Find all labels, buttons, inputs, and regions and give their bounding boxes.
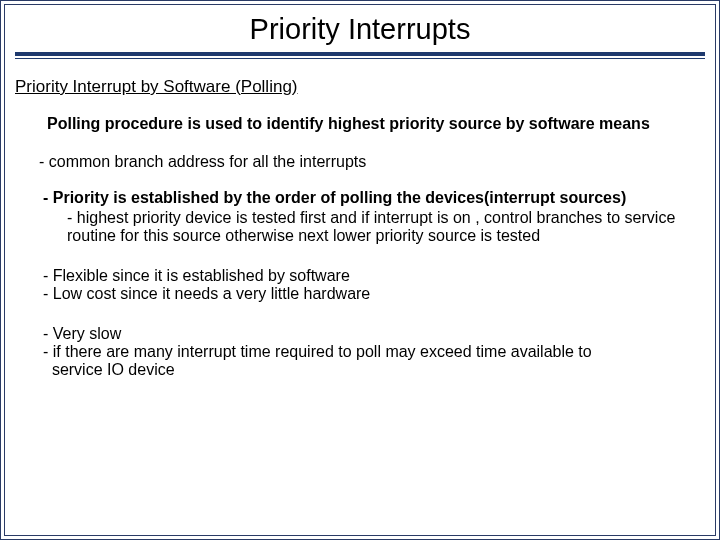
sub-bullet-highest-priority: - highest priority device is tested firs…: [67, 209, 705, 245]
section-subheading: Priority Interrupt by Software (Polling): [15, 77, 705, 97]
disadvantages-block: - Very slow - if there are many interrup…: [43, 325, 703, 379]
title-rule: [15, 52, 705, 59]
bullet-common-branch: - common branch address for all the inte…: [39, 153, 705, 171]
disadvantage-poll-time: - if there are many interrupt time requi…: [43, 343, 703, 361]
disadvantage-slow: - Very slow: [43, 325, 703, 343]
title-rule-bottom: [15, 58, 705, 59]
advantage-low-cost: - Low cost since it needs a very little …: [43, 285, 703, 303]
intro-text: Polling procedure is used to identify hi…: [47, 115, 687, 133]
disadvantage-poll-time-cont: service IO device: [43, 361, 703, 379]
title-wrap: Priority Interrupts: [15, 11, 705, 48]
advantage-flexible: - Flexible since it is established by so…: [43, 267, 703, 285]
slide-outer-border: Priority Interrupts Priority Interrupt b…: [0, 0, 720, 540]
bullet-priority-established: - Priority is established by the order o…: [43, 189, 705, 207]
title-rule-top: [15, 52, 705, 56]
slide-inner: Priority Interrupts Priority Interrupt b…: [4, 4, 716, 536]
slide-title: Priority Interrupts: [246, 11, 475, 48]
advantages-block: - Flexible since it is established by so…: [43, 267, 703, 303]
